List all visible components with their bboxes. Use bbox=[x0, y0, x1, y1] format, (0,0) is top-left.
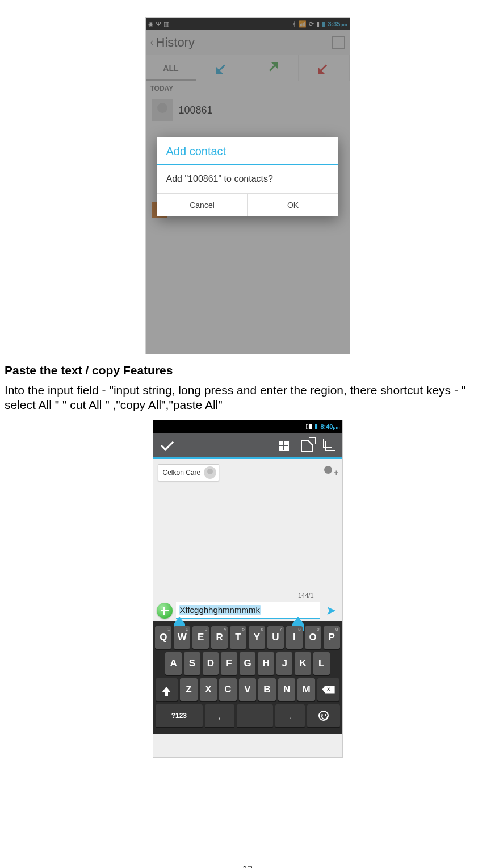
key-f[interactable]: F bbox=[221, 652, 237, 675]
send-button[interactable]: ➤ bbox=[323, 603, 339, 619]
battery-icon: ▮ bbox=[314, 423, 318, 430]
symbols-key[interactable]: ?123 bbox=[156, 704, 203, 727]
section-paragraph: Into the input field - "input string, lo… bbox=[0, 383, 495, 419]
key-k[interactable]: K bbox=[295, 652, 311, 675]
key-c[interactable]: C bbox=[219, 678, 237, 701]
page-number: - 13 - bbox=[0, 865, 495, 868]
recipient-name: Celkon Care bbox=[163, 469, 201, 477]
recipient-chip[interactable]: Celkon Care bbox=[158, 464, 220, 481]
status-time: 8:40pm bbox=[320, 423, 339, 430]
message-input[interactable]: Xffcgghhghmnmmmk bbox=[176, 602, 320, 619]
key-l[interactable]: L bbox=[313, 652, 330, 675]
keyboard-row-4: ?123 , . bbox=[156, 704, 340, 727]
ok-button[interactable]: OK bbox=[247, 194, 338, 216]
emoji-key[interactable] bbox=[307, 704, 340, 727]
message-thread-area bbox=[153, 486, 342, 600]
key-e[interactable]: E3 bbox=[192, 626, 209, 649]
keyboard-row-3: ZXCVBNM × bbox=[156, 678, 340, 701]
key-v[interactable]: V bbox=[239, 678, 257, 701]
done-icon[interactable] bbox=[160, 440, 173, 452]
add-recipient-icon[interactable] bbox=[322, 465, 338, 481]
attach-button[interactable] bbox=[157, 603, 173, 619]
add-contact-dialog: Add contact Add "100861" to contacts? Ca… bbox=[157, 137, 338, 216]
key-x[interactable]: X bbox=[200, 678, 217, 701]
keyboard-row-1: Q1W2E3R4T5Y6U7I8O9P0 bbox=[156, 626, 340, 649]
key-a[interactable]: A bbox=[165, 652, 182, 675]
section-heading: Paste the text / copy Features bbox=[0, 361, 495, 383]
contact-avatar-icon bbox=[204, 466, 216, 479]
screenshot-history-dialog: ◉ Ψ ▥ ᚼ 📶 ⟳ ▮ ▮ 3:35pm ‹ History ALL TOD… bbox=[145, 17, 350, 354]
key-s[interactable]: S bbox=[184, 652, 200, 675]
compose-recipient-bar: Celkon Care bbox=[153, 459, 342, 486]
key-d[interactable]: D bbox=[203, 652, 219, 675]
key-z[interactable]: Z bbox=[180, 678, 198, 701]
key-n[interactable]: N bbox=[278, 678, 296, 701]
dialog-message: Add "100861" to contacts? bbox=[157, 165, 338, 193]
comma-key[interactable]: , bbox=[205, 704, 234, 727]
key-p[interactable]: P0 bbox=[324, 626, 340, 649]
key-q[interactable]: Q1 bbox=[155, 626, 171, 649]
signal-icon: ▯▮ bbox=[305, 423, 312, 430]
key-b[interactable]: B bbox=[258, 678, 276, 701]
space-key[interactable] bbox=[237, 704, 273, 727]
key-g[interactable]: G bbox=[240, 652, 256, 675]
copy-icon[interactable] bbox=[325, 441, 335, 451]
character-counter: 144/1 bbox=[298, 592, 314, 599]
key-t[interactable]: T5 bbox=[230, 626, 246, 649]
emoji-icon bbox=[318, 711, 329, 721]
select-all-icon[interactable] bbox=[279, 441, 289, 451]
shift-icon bbox=[162, 687, 171, 692]
keyboard-row-2: ASDFGHJKL bbox=[156, 652, 340, 675]
key-h[interactable]: H bbox=[258, 652, 274, 675]
key-m[interactable]: M bbox=[297, 678, 315, 701]
text-selection-toolbar bbox=[153, 433, 342, 459]
screenshot-messaging-keyboard: ▯▮ ▮ 8:40pm Celkon Care 144/1 Xffcgghhgh… bbox=[153, 420, 343, 758]
key-o[interactable]: O9 bbox=[305, 626, 321, 649]
key-u[interactable]: U7 bbox=[267, 626, 284, 649]
cut-icon[interactable] bbox=[301, 440, 313, 452]
key-i[interactable]: I8 bbox=[286, 626, 303, 649]
period-key[interactable]: . bbox=[275, 704, 305, 727]
key-r[interactable]: R4 bbox=[211, 626, 228, 649]
cancel-button[interactable]: Cancel bbox=[157, 194, 247, 216]
soft-keyboard: Q1W2E3R4T5Y6U7I8O9P0 ASDFGHJKL ZXCVBNM ×… bbox=[153, 621, 342, 734]
key-j[interactable]: J bbox=[276, 652, 293, 675]
shift-key[interactable] bbox=[156, 678, 178, 701]
dialog-title: Add contact bbox=[157, 137, 338, 164]
key-w[interactable]: W2 bbox=[174, 626, 190, 649]
status-bar: ▯▮ ▮ 8:40pm bbox=[153, 420, 342, 433]
backspace-key[interactable]: × bbox=[317, 678, 340, 701]
selected-text: Xffcgghhghmnmmmk bbox=[179, 605, 261, 615]
toolbar-divider bbox=[181, 438, 181, 454]
backspace-icon: × bbox=[322, 686, 335, 694]
message-input-row: 144/1 Xffcgghhghmnmmmk ➤ bbox=[153, 600, 342, 621]
key-y[interactable]: Y6 bbox=[249, 626, 265, 649]
